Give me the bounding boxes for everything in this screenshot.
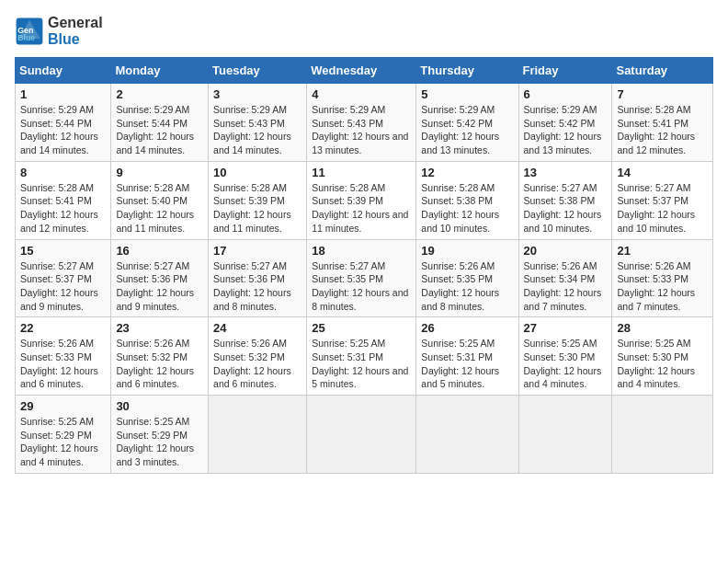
day-number: 14: [617, 166, 708, 179]
week-row-5: 29 Sunrise: 5:25 AM Sunset: 5:29 PM Dayl…: [16, 396, 713, 474]
day-info: Sunrise: 5:29 AM Sunset: 5:43 PM Dayligh…: [312, 103, 411, 157]
calendar-cell: 17 Sunrise: 5:27 AM Sunset: 5:36 PM Dayl…: [209, 239, 307, 317]
day-info: Sunrise: 5:27 AM Sunset: 5:38 PM Dayligh…: [524, 181, 608, 236]
calendar-cell: 10 Sunrise: 5:28 AM Sunset: 5:39 PM Dayl…: [209, 161, 307, 239]
page-header: Gen Blue General Blue: [15, 15, 713, 48]
calendar-cell: 29 Sunrise: 5:25 AM Sunset: 5:29 PM Dayl…: [16, 396, 111, 474]
day-info: Sunrise: 5:29 AM Sunset: 5:44 PM Dayligh…: [116, 103, 203, 157]
calendar-cell: [209, 396, 307, 474]
day-info: Sunrise: 5:26 AM Sunset: 5:33 PM Dayligh…: [20, 337, 106, 391]
calendar-cell: 24 Sunrise: 5:26 AM Sunset: 5:32 PM Dayl…: [209, 317, 307, 396]
week-row-1: 1 Sunrise: 5:29 AM Sunset: 5:44 PM Dayli…: [16, 84, 713, 162]
calendar-cell: 25 Sunrise: 5:25 AM Sunset: 5:31 PM Dayl…: [307, 317, 416, 396]
day-number: 15: [20, 244, 106, 258]
day-info: Sunrise: 5:29 AM Sunset: 5:42 PM Dayligh…: [421, 103, 513, 157]
day-info: Sunrise: 5:28 AM Sunset: 5:39 PM Dayligh…: [213, 181, 301, 236]
day-info: Sunrise: 5:28 AM Sunset: 5:41 PM Dayligh…: [20, 181, 106, 236]
day-info: Sunrise: 5:28 AM Sunset: 5:41 PM Dayligh…: [617, 103, 708, 157]
day-info: Sunrise: 5:27 AM Sunset: 5:37 PM Dayligh…: [617, 181, 708, 236]
day-number: 1: [20, 87, 106, 101]
calendar-cell: 9 Sunrise: 5:28 AM Sunset: 5:40 PM Dayli…: [111, 161, 209, 239]
day-number: 11: [312, 166, 411, 179]
day-info: Sunrise: 5:26 AM Sunset: 5:32 PM Dayligh…: [116, 337, 203, 391]
calendar-cell: [416, 396, 518, 474]
col-header-friday: Friday: [518, 58, 612, 84]
day-number: 29: [20, 399, 106, 413]
day-info: Sunrise: 5:27 AM Sunset: 5:37 PM Dayligh…: [20, 259, 106, 314]
calendar-cell: [518, 396, 612, 474]
day-number: 3: [213, 87, 301, 101]
day-info: Sunrise: 5:25 AM Sunset: 5:31 PM Dayligh…: [312, 337, 411, 391]
day-info: Sunrise: 5:28 AM Sunset: 5:38 PM Dayligh…: [421, 181, 513, 236]
day-number: 26: [421, 321, 513, 335]
day-number: 12: [421, 166, 513, 179]
day-number: 8: [20, 166, 106, 179]
week-row-2: 8 Sunrise: 5:28 AM Sunset: 5:41 PM Dayli…: [16, 161, 713, 239]
calendar-cell: 21 Sunrise: 5:26 AM Sunset: 5:33 PM Dayl…: [612, 239, 713, 317]
calendar-cell: 28 Sunrise: 5:25 AM Sunset: 5:30 PM Dayl…: [612, 317, 713, 396]
calendar-cell: 14 Sunrise: 5:27 AM Sunset: 5:37 PM Dayl…: [612, 161, 713, 239]
day-number: 23: [116, 321, 203, 335]
calendar-cell: 1 Sunrise: 5:29 AM Sunset: 5:44 PM Dayli…: [16, 84, 111, 162]
calendar-cell: 6 Sunrise: 5:29 AM Sunset: 5:42 PM Dayli…: [518, 84, 612, 162]
calendar-cell: 23 Sunrise: 5:26 AM Sunset: 5:32 PM Dayl…: [111, 317, 209, 396]
day-number: 20: [524, 244, 608, 258]
day-info: Sunrise: 5:25 AM Sunset: 5:29 PM Dayligh…: [116, 415, 203, 469]
day-number: 19: [421, 244, 513, 258]
calendar-cell: 4 Sunrise: 5:29 AM Sunset: 5:43 PM Dayli…: [307, 84, 416, 162]
day-number: 9: [116, 166, 203, 179]
day-info: Sunrise: 5:27 AM Sunset: 5:36 PM Dayligh…: [213, 259, 301, 314]
day-info: Sunrise: 5:26 AM Sunset: 5:33 PM Dayligh…: [617, 259, 708, 314]
day-number: 24: [213, 321, 301, 335]
calendar-cell: 5 Sunrise: 5:29 AM Sunset: 5:42 PM Dayli…: [416, 84, 518, 162]
day-number: 5: [421, 87, 513, 101]
day-number: 4: [312, 87, 411, 101]
day-info: Sunrise: 5:29 AM Sunset: 5:44 PM Dayligh…: [20, 103, 106, 157]
col-header-monday: Monday: [111, 58, 209, 84]
calendar-cell: 13 Sunrise: 5:27 AM Sunset: 5:38 PM Dayl…: [518, 161, 612, 239]
calendar-cell: 11 Sunrise: 5:28 AM Sunset: 5:39 PM Dayl…: [307, 161, 416, 239]
day-number: 16: [116, 244, 203, 258]
calendar-cell: 27 Sunrise: 5:25 AM Sunset: 5:30 PM Dayl…: [518, 317, 612, 396]
day-info: Sunrise: 5:25 AM Sunset: 5:31 PM Dayligh…: [421, 337, 513, 391]
day-info: Sunrise: 5:25 AM Sunset: 5:30 PM Dayligh…: [524, 337, 608, 391]
day-number: 22: [20, 321, 106, 335]
day-number: 6: [524, 87, 608, 101]
calendar-cell: 7 Sunrise: 5:28 AM Sunset: 5:41 PM Dayli…: [612, 84, 713, 162]
col-header-saturday: Saturday: [612, 58, 713, 84]
day-info: Sunrise: 5:29 AM Sunset: 5:42 PM Dayligh…: [524, 103, 608, 157]
col-header-thursday: Thursday: [416, 58, 518, 84]
day-number: 17: [213, 244, 301, 258]
header-row: SundayMondayTuesdayWednesdayThursdayFrid…: [16, 58, 713, 84]
day-number: 27: [524, 321, 608, 335]
calendar-cell: 30 Sunrise: 5:25 AM Sunset: 5:29 PM Dayl…: [111, 396, 209, 474]
day-number: 2: [116, 87, 203, 101]
col-header-sunday: Sunday: [16, 58, 111, 84]
calendar-cell: 8 Sunrise: 5:28 AM Sunset: 5:41 PM Dayli…: [16, 161, 111, 239]
day-number: 18: [312, 244, 411, 258]
calendar-cell: 22 Sunrise: 5:26 AM Sunset: 5:33 PM Dayl…: [16, 317, 111, 396]
col-header-wednesday: Wednesday: [307, 58, 416, 84]
day-info: Sunrise: 5:28 AM Sunset: 5:40 PM Dayligh…: [116, 181, 203, 236]
logo-icon: Gen Blue: [15, 17, 44, 46]
day-info: Sunrise: 5:27 AM Sunset: 5:35 PM Dayligh…: [312, 259, 411, 314]
day-number: 10: [213, 166, 301, 179]
calendar-cell: [307, 396, 416, 474]
day-info: Sunrise: 5:26 AM Sunset: 5:34 PM Dayligh…: [524, 259, 608, 314]
calendar-cell: 2 Sunrise: 5:29 AM Sunset: 5:44 PM Dayli…: [111, 84, 209, 162]
week-row-3: 15 Sunrise: 5:27 AM Sunset: 5:37 PM Dayl…: [16, 239, 713, 317]
col-header-tuesday: Tuesday: [209, 58, 307, 84]
day-info: Sunrise: 5:26 AM Sunset: 5:35 PM Dayligh…: [421, 259, 513, 314]
calendar-table: SundayMondayTuesdayWednesdayThursdayFrid…: [15, 57, 713, 474]
day-info: Sunrise: 5:27 AM Sunset: 5:36 PM Dayligh…: [116, 259, 203, 314]
day-number: 28: [617, 321, 708, 335]
calendar-cell: 18 Sunrise: 5:27 AM Sunset: 5:35 PM Dayl…: [307, 239, 416, 317]
calendar-cell: 19 Sunrise: 5:26 AM Sunset: 5:35 PM Dayl…: [416, 239, 518, 317]
day-number: 13: [524, 166, 608, 179]
calendar-cell: 12 Sunrise: 5:28 AM Sunset: 5:38 PM Dayl…: [416, 161, 518, 239]
logo: Gen Blue General Blue: [15, 15, 103, 48]
day-number: 7: [617, 87, 708, 101]
day-info: Sunrise: 5:25 AM Sunset: 5:30 PM Dayligh…: [617, 337, 708, 391]
week-row-4: 22 Sunrise: 5:26 AM Sunset: 5:33 PM Dayl…: [16, 317, 713, 396]
calendar-cell: [612, 396, 713, 474]
